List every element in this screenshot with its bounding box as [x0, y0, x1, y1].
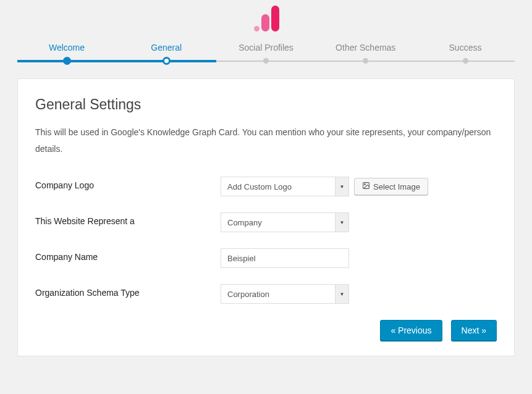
svg-point-1: [365, 184, 366, 185]
field-company-name: Company Name: [35, 248, 497, 268]
step-dot-welcome: [63, 57, 71, 65]
step-social-profiles[interactable]: Social Profiles: [217, 43, 316, 52]
org-schema-select-value: Corporation: [227, 290, 269, 299]
chevron-down-icon: ▼: [335, 285, 348, 303]
image-icon: [362, 182, 370, 191]
company-name-input[interactable]: [221, 248, 349, 268]
org-schema-select[interactable]: Corporation ▼: [221, 284, 349, 304]
step-dot-general: [163, 57, 171, 65]
settings-card: General Settings This will be used in Go…: [17, 78, 515, 356]
field-company-logo: Company Logo Add Custom Logo ▼ Select Im…: [35, 177, 497, 196]
step-other-schemas[interactable]: Other Schemas: [316, 43, 415, 52]
app-logo: [0, 0, 532, 43]
select-image-button[interactable]: Select Image: [354, 178, 428, 195]
company-name-label: Company Name: [35, 248, 221, 262]
select-image-label: Select Image: [373, 182, 420, 191]
page-description: This will be used in Google's Knowledge …: [35, 124, 497, 157]
wizard-stepper: Welcome General Social Profiles Other Sc…: [0, 43, 532, 65]
company-logo-select[interactable]: Add Custom Logo ▼: [221, 177, 349, 196]
represent-label: This Website Represent a: [35, 212, 221, 226]
chevron-down-icon: ▼: [335, 177, 348, 196]
org-schema-label: Organization Schema Type: [35, 284, 221, 298]
step-welcome[interactable]: Welcome: [17, 43, 116, 52]
step-dot-other: [363, 58, 368, 64]
step-success[interactable]: Success: [416, 43, 515, 52]
chevron-down-icon: ▼: [335, 213, 348, 232]
company-logo-label: Company Logo: [35, 177, 221, 190]
page-title: General Settings: [35, 96, 497, 113]
represent-select[interactable]: Company ▼: [221, 212, 349, 232]
next-button[interactable]: Next »: [451, 320, 497, 341]
step-dot-social: [263, 58, 269, 64]
represent-select-value: Company: [227, 218, 262, 227]
step-general[interactable]: General: [117, 43, 216, 52]
company-logo-select-value: Add Custom Logo: [227, 182, 292, 191]
field-org-schema: Organization Schema Type Corporation ▼: [35, 284, 497, 304]
previous-button[interactable]: « Previous: [380, 320, 442, 341]
field-represent: This Website Represent a Company ▼: [35, 212, 497, 232]
step-dot-success: [463, 58, 468, 64]
